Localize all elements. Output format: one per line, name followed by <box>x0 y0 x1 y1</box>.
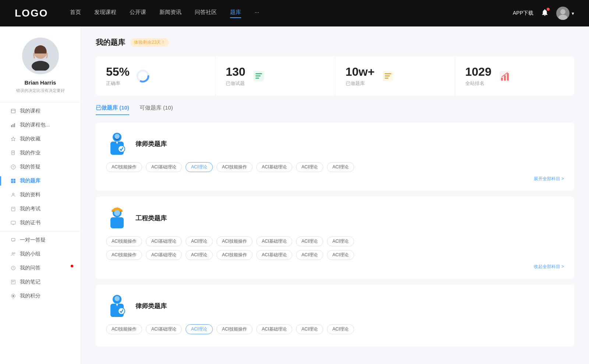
sidebar-item-my-qa[interactable]: ? 我的问答 <box>0 261 81 275</box>
app-download-btn[interactable]: APP下载 <box>513 10 533 17</box>
tag-item[interactable]: ACI理论 <box>296 236 323 246</box>
sidebar-item-label: 我的作业 <box>20 150 40 156</box>
logo[interactable]: LOGO <box>15 7 48 19</box>
expand-btn-0[interactable]: 展开全部科目 > <box>106 176 564 182</box>
tag-item[interactable]: ACI理论 <box>327 250 354 260</box>
sidebar-item-homework[interactable]: 我的作业 <box>0 146 81 160</box>
svg-rect-44 <box>501 78 503 81</box>
tag-item[interactable]: ACI理论 <box>327 162 354 172</box>
tag-item[interactable]: ACI基础理论 <box>146 250 182 260</box>
tab-available[interactable]: 可做题库 (10) <box>140 104 173 115</box>
tag-item[interactable]: ACI基础理论 <box>256 324 292 334</box>
stat-label: 全站排名 <box>465 80 491 87</box>
qa-red-dot <box>71 265 73 267</box>
tag-item[interactable]: ACI技能操作 <box>216 236 253 246</box>
qbank-header: 律师类题库 <box>106 293 564 318</box>
sidebar-item-group[interactable]: 我的小组 <box>0 247 81 261</box>
chevron-down-icon: ▾ <box>572 11 574 16</box>
tag-item[interactable]: ACI技能操作 <box>106 324 142 334</box>
tag-item[interactable]: ACI技能操作 <box>106 250 142 260</box>
nav-more[interactable]: ··· <box>254 9 259 18</box>
tag-item[interactable]: ACI基础理论 <box>256 236 292 246</box>
star-icon <box>10 136 16 142</box>
tag-item[interactable]: ACI基础理论 <box>256 250 292 260</box>
tag-item[interactable]: ACI理论 <box>296 162 323 172</box>
svg-rect-15 <box>11 179 13 181</box>
sidebar-item-label: 我的考试 <box>20 206 40 212</box>
sidebar-avatar <box>22 38 59 74</box>
tag-item[interactable]: ACI技能操作 <box>106 162 142 172</box>
tag-item[interactable]: ACI理论 <box>186 236 213 246</box>
stat-number: 130 <box>226 65 245 79</box>
tag-item[interactable]: ACI理论 <box>186 250 213 260</box>
tag-item[interactable]: ACI技能操作 <box>216 324 253 334</box>
sidebar-item-qbank[interactable]: 我的题库 <box>0 174 81 188</box>
sidebar-item-course-pkg[interactable]: 我的课程包... <box>0 118 81 132</box>
svg-point-60 <box>118 308 125 314</box>
nav-courses[interactable]: 发现课程 <box>94 9 116 18</box>
sidebar-item-label: 我的课程 <box>20 108 40 114</box>
sidebar-item-label: 一对一答疑 <box>20 237 46 243</box>
stat-number: 55% <box>106 65 130 79</box>
tag-item[interactable]: ACI技能操作 <box>216 250 253 260</box>
svg-rect-22 <box>11 221 15 224</box>
tag-item[interactable]: ACI基础理论 <box>146 324 182 334</box>
sidebar-item-certificate[interactable]: 我的证书 <box>0 216 81 230</box>
sidebar-item-profile[interactable]: 我的资料 <box>0 188 81 202</box>
sidebar-item-exam[interactable]: 我的考试 <box>0 202 81 216</box>
sidebar-item-label: 我的证书 <box>20 220 40 226</box>
qbank-card-0: 律师类题库 ACI技能操作 ACI基础理论 ACI理论 ACI技能操作 ACI基… <box>96 122 574 191</box>
qbank-title-2: 律师类题库 <box>135 302 167 310</box>
question-icon: ? <box>10 164 16 170</box>
svg-rect-4 <box>11 109 15 113</box>
svg-point-3 <box>32 61 49 71</box>
tag-item[interactable]: ACI理论 <box>327 324 354 334</box>
sidebar-item-favorites[interactable]: 我的收藏 <box>0 132 81 146</box>
tag-item[interactable]: ACI理论 <box>296 250 323 260</box>
nav-open-course[interactable]: 公开课 <box>130 9 146 18</box>
nav-qbank[interactable]: 题库 <box>230 9 241 18</box>
tag-item-active[interactable]: ACI理论 <box>186 324 213 334</box>
svg-rect-18 <box>14 181 15 183</box>
tag-item[interactable]: ACI基础理论 <box>146 236 182 246</box>
stat-value-done: 130 已做试题 <box>226 65 245 87</box>
stat-value-rank: 1029 全站排名 <box>465 65 491 87</box>
clipboard-icon <box>10 206 16 212</box>
nav-news[interactable]: 新闻资讯 <box>159 9 181 18</box>
tags-row-1-a: ACI技能操作 ACI基础理论 ACI理论 ACI技能操作 ACI基础理论 AC… <box>106 236 564 246</box>
sidebar-item-label: 我的答疑 <box>20 164 40 170</box>
stat-total-bank: 10w+ 已做题库 <box>335 56 455 96</box>
notification-bell[interactable] <box>541 8 549 18</box>
tab-done[interactable]: 已做题库 (10) <box>96 104 129 115</box>
svg-rect-40 <box>385 73 391 74</box>
tag-item-active[interactable]: ACI理论 <box>186 162 213 172</box>
svg-rect-45 <box>504 75 506 81</box>
sidebar-item-label: 我的题库 <box>20 178 40 184</box>
collapse-btn-1[interactable]: 收起全部科目 > <box>106 264 564 270</box>
user-avatar-wrap[interactable]: ▾ <box>556 7 574 20</box>
stat-number: 1029 <box>465 65 491 79</box>
navbar: LOGO 首页 发现课程 公开课 新闻资讯 问答社区 题库 ··· APP下载 … <box>0 0 589 26</box>
tag-item[interactable]: ACI基础理论 <box>146 162 182 172</box>
nav-home[interactable]: 首页 <box>70 9 81 18</box>
stat-label: 正确率 <box>106 80 130 87</box>
sidebar-item-my-courses[interactable]: 我的课程 <box>0 104 81 118</box>
sidebar-item-notes[interactable]: 我的笔记 <box>0 275 81 289</box>
sidebar-item-1on1[interactable]: 一对一答疑 <box>0 233 81 247</box>
page-title: 我的题库 <box>96 38 125 47</box>
tag-item[interactable]: ACI基础理论 <box>256 162 292 172</box>
tag-item[interactable]: ACI技能操作 <box>216 162 253 172</box>
svg-point-24 <box>12 253 14 254</box>
svg-rect-46 <box>507 73 509 81</box>
doc-green-icon <box>251 68 267 84</box>
nav-qa[interactable]: 问答社区 <box>195 9 217 18</box>
qbank-card-1: 工程类题库 ACI技能操作 ACI基础理论 ACI理论 ACI技能操作 ACI基… <box>96 197 574 279</box>
tag-item[interactable]: ACI理论 <box>327 236 354 246</box>
tag-item[interactable]: ACI理论 <box>296 324 323 334</box>
navbar-right: APP下载 ▾ <box>513 7 574 20</box>
sidebar-menu: 我的课程 我的课程包... 我的收藏 我的作业 <box>0 104 81 303</box>
tag-item[interactable]: ACI技能操作 <box>106 236 142 246</box>
sidebar-item-points[interactable]: 我的积分 <box>0 289 81 303</box>
svg-rect-53 <box>110 217 124 228</box>
sidebar-item-questions[interactable]: ? 我的答疑 <box>0 160 81 174</box>
